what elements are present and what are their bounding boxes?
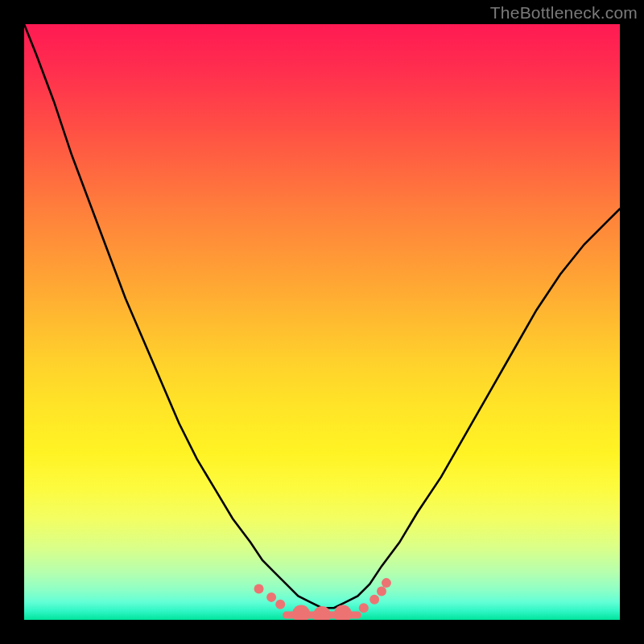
marker-dot [377, 586, 386, 596]
marker-dot [254, 584, 264, 594]
chart-svg-layer [24, 24, 620, 620]
chart-frame: TheBottleneck.com [0, 0, 644, 644]
marker-dot [382, 578, 391, 588]
marker-dot [369, 595, 379, 605]
watermark-label: TheBottleneck.com [490, 3, 638, 23]
marker-dot [275, 600, 285, 609]
marker-dot [359, 603, 369, 613]
marker-dot [266, 592, 276, 602]
bottleneck-curve [24, 24, 620, 608]
marker-dot [292, 605, 310, 620]
